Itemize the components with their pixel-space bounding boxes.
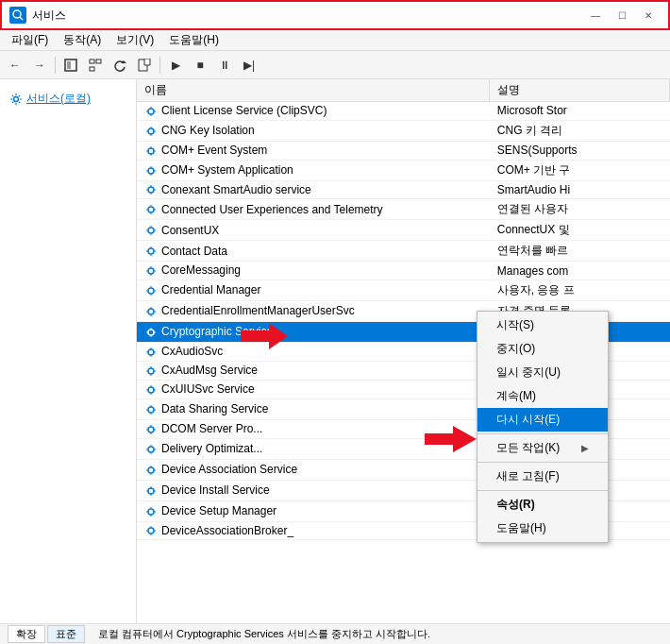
back-button[interactable]: ← bbox=[4, 54, 26, 76]
svg-rect-4 bbox=[90, 59, 94, 63]
svg-point-31 bbox=[148, 467, 154, 473]
svg-rect-5 bbox=[96, 59, 101, 63]
play-button[interactable]: ▶ bbox=[164, 54, 187, 76]
menu-action[interactable]: 동작(A) bbox=[56, 30, 109, 50]
svg-point-24 bbox=[148, 330, 154, 335]
restart-button[interactable]: ▶| bbox=[238, 54, 260, 76]
window-title: 서비스 bbox=[32, 8, 583, 24]
service-desc-cell: SmartAudio Hi bbox=[490, 180, 670, 199]
export-button[interactable] bbox=[133, 54, 156, 76]
context-menu-item-0[interactable]: 시작(S) bbox=[477, 314, 608, 337]
tab-standard[interactable]: 표준 bbox=[47, 625, 85, 643]
table-row[interactable]: CoreMessagingManages com bbox=[137, 262, 670, 280]
service-name-cell: Conexant SmartAudio service bbox=[137, 180, 490, 199]
red-arrow-left bbox=[241, 323, 288, 349]
service-name-cell: DeviceAssociationBroker_ bbox=[137, 521, 490, 540]
context-menu-item-5[interactable]: 모든 작업(K)▶ bbox=[477, 436, 608, 460]
svg-marker-12 bbox=[241, 323, 288, 349]
context-menu-item-8[interactable]: 도움말(H) bbox=[477, 517, 608, 540]
refresh-button[interactable] bbox=[109, 54, 131, 76]
app-icon bbox=[9, 7, 26, 24]
service-name-cell: CoreMessaging bbox=[137, 262, 490, 280]
context-menu-item-7[interactable]: 속성(R) bbox=[477, 493, 608, 517]
svg-point-15 bbox=[148, 148, 154, 154]
separator-2 bbox=[159, 57, 160, 74]
tree-button[interactable] bbox=[84, 54, 107, 76]
table-row[interactable]: Contact Data연락처를 빠르 bbox=[137, 241, 670, 262]
sidebar-local-services[interactable]: 서비스(로컬) bbox=[4, 87, 132, 110]
service-name-cell: Contact Data bbox=[137, 241, 490, 262]
context-menu-item-1[interactable]: 중지(O) bbox=[477, 337, 608, 361]
main-area: 서비스(로컬) 이름 설명 Client License Service (Cl… bbox=[0, 79, 670, 623]
svg-point-26 bbox=[148, 368, 154, 374]
service-desc-cell: 사용자, 응용 프 bbox=[490, 280, 670, 301]
service-name-cell: CxAudMsg Service bbox=[137, 362, 490, 381]
context-separator bbox=[477, 433, 608, 434]
content-area: 이름 설명 Client License Service (ClipSVC)Mi… bbox=[137, 79, 670, 623]
status-tabs: 확장 표준 bbox=[8, 625, 87, 643]
table-row[interactable]: Conexant SmartAudio serviceSmartAudio Hi bbox=[137, 180, 670, 199]
svg-point-22 bbox=[148, 288, 154, 294]
gear-icon bbox=[9, 93, 23, 106]
svg-point-17 bbox=[148, 187, 154, 193]
separator-1 bbox=[55, 57, 56, 74]
svg-point-0 bbox=[13, 10, 21, 18]
service-name-cell: Connected User Experiences and Telemetry bbox=[137, 199, 490, 220]
status-bar: 확장 표준 로컬 컴퓨터에서 Cryptographic Services 서비… bbox=[0, 623, 670, 644]
svg-point-34 bbox=[148, 528, 154, 534]
stop-button[interactable]: ■ bbox=[189, 54, 211, 76]
svg-rect-6 bbox=[90, 67, 94, 71]
col-desc[interactable]: 설명 bbox=[490, 79, 670, 102]
pause-button[interactable]: ⏸ bbox=[213, 54, 236, 76]
svg-point-21 bbox=[148, 268, 154, 274]
table-row[interactable]: CNG Key IsolationCNG 키 격리 bbox=[137, 120, 670, 141]
service-name-cell: ConsentUX bbox=[137, 220, 490, 241]
service-name-cell: CNG Key Isolation bbox=[137, 120, 490, 141]
service-name-cell: Data Sharing Service bbox=[137, 398, 490, 419]
service-name-cell: Device Setup Manager bbox=[137, 500, 490, 521]
svg-point-30 bbox=[148, 447, 154, 452]
menu-help[interactable]: 도움말(H) bbox=[161, 30, 226, 50]
svg-point-19 bbox=[148, 228, 154, 233]
svg-point-11 bbox=[14, 96, 19, 101]
service-name-cell: Device Install Service bbox=[137, 480, 490, 500]
service-name-cell: Client License Service (ClipSVC) bbox=[137, 102, 490, 121]
table-row[interactable]: COM+ Event SystemSENS(Supports bbox=[137, 141, 670, 160]
service-name-cell: Credential Manager bbox=[137, 280, 490, 301]
service-name-cell: COM+ System Application bbox=[137, 160, 490, 180]
table-row[interactable]: Connected User Experiences and Telemetry… bbox=[137, 199, 670, 220]
close-button[interactable]: ✕ bbox=[636, 6, 661, 25]
context-menu-item-3[interactable]: 계속(M) bbox=[477, 384, 608, 408]
service-name-cell: CxAudioSvc bbox=[137, 343, 490, 362]
svg-line-1 bbox=[20, 17, 23, 20]
toolbar: ← → ▶ ■ ⏸ ▶| bbox=[0, 51, 670, 79]
service-desc-cell: 연결된 사용자 bbox=[490, 199, 670, 220]
context-menu-item-6[interactable]: 새로 고침(F) bbox=[477, 465, 608, 488]
tab-extended[interactable]: 확장 bbox=[8, 625, 45, 643]
menu-view[interactable]: 보기(V) bbox=[109, 30, 161, 50]
maximize-button[interactable]: ☐ bbox=[610, 6, 634, 25]
context-menu: 시작(S)중지(O)일시 중지(U)계속(M)다시 시작(E)모든 작업(K)▶… bbox=[477, 311, 609, 543]
svg-point-32 bbox=[148, 488, 154, 494]
context-menu-item-2[interactable]: 일시 중지(U) bbox=[477, 361, 608, 384]
window-controls: — ☐ ✕ bbox=[583, 6, 661, 25]
sidebar: 서비스(로컬) bbox=[0, 79, 137, 623]
menu-file[interactable]: 파일(F) bbox=[4, 30, 56, 50]
table-row[interactable]: Credential Manager사용자, 응용 프 bbox=[137, 280, 670, 301]
red-arrow-right bbox=[425, 426, 477, 452]
minimize-button[interactable]: — bbox=[583, 6, 608, 25]
forward-button[interactable]: → bbox=[28, 54, 51, 76]
show-hide-button[interactable] bbox=[59, 54, 82, 76]
svg-point-20 bbox=[148, 248, 154, 254]
table-row[interactable]: ConsentUXConnectUX 및 bbox=[137, 220, 670, 241]
context-menu-item-4[interactable]: 다시 시작(E) bbox=[477, 408, 608, 432]
table-row[interactable]: COM+ System ApplicationCOM+ 기반 구 bbox=[137, 160, 670, 180]
col-name[interactable]: 이름 bbox=[137, 79, 490, 102]
svg-rect-9 bbox=[144, 59, 150, 65]
service-desc-cell: Manages com bbox=[490, 262, 670, 280]
service-desc-cell: Microsoft Stor bbox=[490, 102, 670, 121]
submenu-arrow-icon: ▶ bbox=[581, 443, 589, 453]
table-row[interactable]: Client License Service (ClipSVC)Microsof… bbox=[137, 102, 670, 121]
menu-bar: 파일(F) 동작(A) 보기(V) 도움말(H) bbox=[0, 30, 670, 51]
service-name-cell: CxUIUSvc Service bbox=[137, 380, 490, 398]
